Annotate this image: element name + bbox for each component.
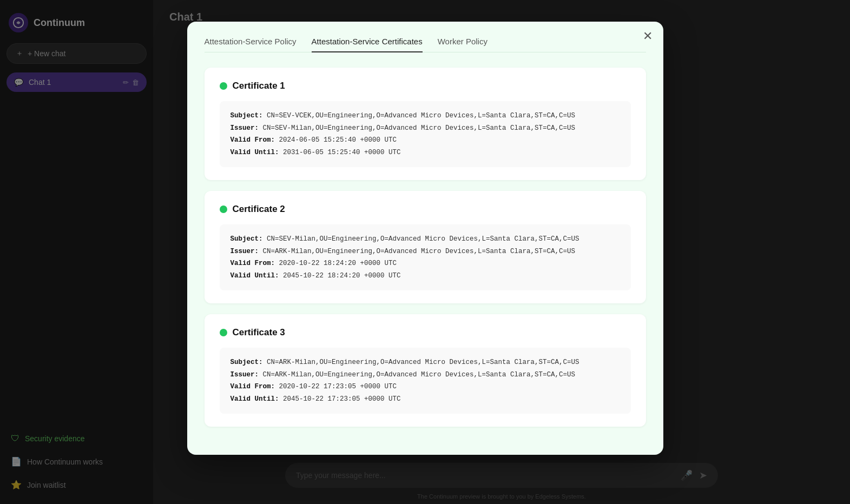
cert-1-details: Subject: CN=SEV-VCEK,OU=Engineering,O=Ad… (220, 101, 631, 167)
cert-1-title: Certificate 1 (233, 81, 285, 91)
cert-1-issuer-label: Issuer: (230, 124, 259, 132)
cert-1-issuer-row: Issuer: CN=SEV-Milan,OU=Engineering,O=Ad… (230, 122, 620, 135)
cert-2-valid-from-row: Valid From: 2020-10-22 18:24:20 +0000 UT… (230, 257, 620, 270)
cert-3-issuer-value: CN=ARK-Milan,OU=Engineering,O=Advanced M… (263, 371, 576, 379)
cert-1-valid-from-label: Valid From: (230, 136, 275, 144)
cert-3-status-dot (220, 329, 227, 336)
cert-1-valid-until-label: Valid Until: (230, 149, 279, 156)
cert-3-valid-from-label: Valid From: (230, 383, 275, 390)
cert-1-status-dot (220, 82, 227, 90)
cert-3-issuer-label: Issuer: (230, 371, 259, 379)
cert-1-valid-until-row: Valid Until: 2031-06-05 15:25:40 +0000 U… (230, 147, 620, 159)
certificate-card-2: Certificate 2 Subject: CN=SEV-Milan,OU=E… (205, 191, 646, 303)
cert-2-valid-until-value: 2045-10-22 18:24:20 +0000 UTC (283, 272, 401, 280)
cert-1-valid-from-value: 2024-06-05 15:25:40 +0000 UTC (279, 136, 397, 144)
cert-2-details: Subject: CN=SEV-Milan,OU=Engineering,O=A… (220, 224, 631, 290)
cert-3-subject-label: Subject: (230, 359, 263, 366)
cert-3-details: Subject: CN=ARK-Milan,OU=Engineering,O=A… (220, 348, 631, 414)
cert-3-valid-from-value: 2020-10-22 17:23:05 +0000 UTC (279, 383, 397, 390)
cert-1-subject-row: Subject: CN=SEV-VCEK,OU=Engineering,O=Ad… (230, 110, 620, 122)
modal-close-button[interactable]: ✕ (643, 30, 653, 42)
cert-3-valid-until-label: Valid Until: (230, 395, 279, 403)
cert-2-issuer-row: Issuer: CN=ARK-Milan,OU=Engineering,O=Ad… (230, 246, 620, 258)
cert-2-valid-from-label: Valid From: (230, 260, 275, 267)
cert-2-subject-value: CN=SEV-Milan,OU=Engineering,O=Advanced M… (267, 235, 579, 243)
tab-attestation-service-policy[interactable]: Attestation-Service Policy (205, 37, 296, 52)
cert-2-issuer-value: CN=ARK-Milan,OU=Engineering,O=Advanced M… (263, 248, 576, 255)
cert-2-header: Certificate 2 (220, 204, 631, 215)
cert-1-issuer-value: CN=SEV-Milan,OU=Engineering,O=Advanced M… (263, 124, 576, 132)
cert-3-subject-row: Subject: CN=ARK-Milan,OU=Engineering,O=A… (230, 356, 620, 369)
cert-2-valid-from-value: 2020-10-22 18:24:20 +0000 UTC (279, 260, 397, 267)
cert-1-header: Certificate 1 (220, 81, 631, 91)
cert-1-valid-from-row: Valid From: 2024-06-05 15:25:40 +0000 UT… (230, 134, 620, 147)
cert-3-valid-from-row: Valid From: 2020-10-22 17:23:05 +0000 UT… (230, 381, 620, 393)
cert-1-subject-value: CN=SEV-VCEK,OU=Engineering,O=Advanced Mi… (267, 112, 575, 120)
cert-2-subject-label: Subject: (230, 235, 263, 243)
modal-overlay: ✕ Attestation-Service Policy Attestation… (0, 0, 850, 504)
cert-3-title: Certificate 3 (233, 327, 285, 338)
tab-worker-policy[interactable]: Worker Policy (438, 37, 487, 52)
cert-1-valid-until-value: 2031-06-05 15:25:40 +0000 UTC (283, 149, 401, 156)
cert-2-title: Certificate 2 (233, 204, 285, 215)
cert-1-subject-label: Subject: (230, 112, 263, 120)
tab-attestation-service-certificates[interactable]: Attestation-Service Certificates (312, 37, 423, 52)
cert-2-valid-until-label: Valid Until: (230, 272, 279, 280)
cert-2-subject-row: Subject: CN=SEV-Milan,OU=Engineering,O=A… (230, 233, 620, 246)
certificate-card-1: Certificate 1 Subject: CN=SEV-VCEK,OU=En… (205, 68, 646, 180)
cert-3-valid-until-value: 2045-10-22 17:23:05 +0000 UTC (283, 395, 401, 403)
modal-dialog: ✕ Attestation-Service Policy Attestation… (187, 22, 663, 455)
cert-2-valid-until-row: Valid Until: 2045-10-22 18:24:20 +0000 U… (230, 270, 620, 282)
cert-2-status-dot (220, 205, 227, 213)
cert-3-issuer-row: Issuer: CN=ARK-Milan,OU=Engineering,O=Ad… (230, 369, 620, 381)
cert-3-valid-until-row: Valid Until: 2045-10-22 17:23:05 +0000 U… (230, 393, 620, 406)
cert-3-header: Certificate 3 (220, 327, 631, 338)
modal-tabs: Attestation-Service Policy Attestation-S… (205, 37, 646, 52)
cert-2-issuer-label: Issuer: (230, 248, 259, 255)
certificate-card-3: Certificate 3 Subject: CN=ARK-Milan,OU=E… (205, 314, 646, 427)
cert-3-subject-value: CN=ARK-Milan,OU=Engineering,O=Advanced M… (267, 359, 579, 366)
